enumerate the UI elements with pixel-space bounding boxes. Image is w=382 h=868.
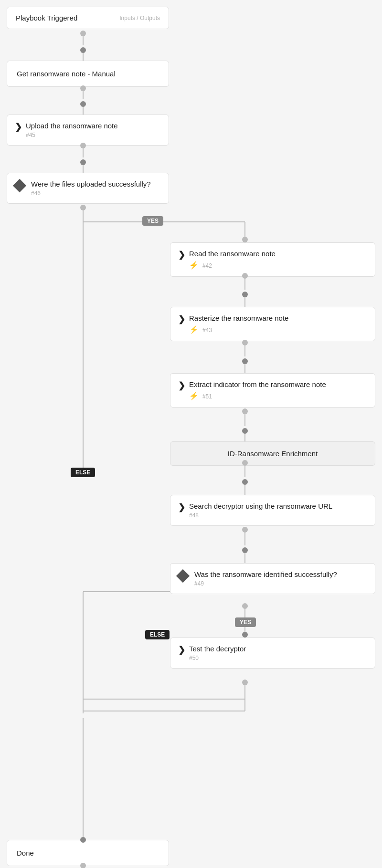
read-note-icon: ❯ <box>178 250 185 260</box>
rasterize-note-card[interactable]: ❯ Rasterize the ransomware note ⚡ #43 <box>170 307 375 341</box>
test-decryptor-icon: ❯ <box>178 645 185 655</box>
dot-rasterize-out2 <box>242 358 248 364</box>
dot-read-out2 <box>242 292 248 297</box>
rasterize-icon: ❯ <box>178 314 185 324</box>
dot-condition1-out <box>80 205 86 210</box>
extract-title: Extract indicator from the ransomware no… <box>189 380 326 388</box>
search-decryptor-number: #48 <box>189 512 332 519</box>
files-uploaded-title: Were the files uploaded successfully? <box>31 180 151 188</box>
yes-badge-1: YES <box>142 216 163 226</box>
dot-trigger-out2 <box>80 47 86 53</box>
flow-canvas: Playbook Triggered Inputs / Outputs Get … <box>0 0 382 868</box>
dot-extract-out2 <box>242 428 248 434</box>
ransomware-identified-title: Was the ransomware identified successful… <box>194 570 337 578</box>
ransomware-identified-diamond-icon <box>176 569 190 583</box>
dot-done-out <box>80 863 86 868</box>
id-ransomware-card[interactable]: ID-Ransomware Enrichment <box>170 441 375 466</box>
get-ransomware-note-card[interactable]: Get ransomware note - Manual <box>7 61 169 87</box>
test-decryptor-number: #50 <box>189 655 246 661</box>
dot-get-out <box>80 85 86 91</box>
upload-note-title: Upload the ransomware note <box>26 122 118 130</box>
search-decryptor-card[interactable]: ❯ Search decryptor using the ransomware … <box>170 495 375 526</box>
dot-test-in <box>242 632 248 638</box>
upload-note-number: #45 <box>26 132 118 138</box>
id-ransomware-title: ID-Ransomware Enrichment <box>228 450 318 458</box>
dot-search-out <box>242 527 248 533</box>
read-note-lightning-icon: ⚡ <box>189 261 199 269</box>
done-card[interactable]: Done <box>7 840 169 866</box>
files-uploaded-card[interactable]: Were the files uploaded successfully? #4… <box>7 173 169 204</box>
trigger-card[interactable]: Playbook Triggered Inputs / Outputs <box>7 7 169 29</box>
read-note-title: Read the ransomware note <box>189 250 276 258</box>
ransomware-identified-card[interactable]: Was the ransomware identified successful… <box>170 563 375 594</box>
extract-indicator-card[interactable]: ❯ Extract indicator from the ransomware … <box>170 373 375 408</box>
dot-id-out2 <box>242 479 248 485</box>
rasterize-lightning-icon: ⚡ <box>189 325 199 334</box>
dot-read-in <box>242 237 248 242</box>
read-note-card[interactable]: ❯ Read the ransomware note ⚡ #42 <box>170 242 375 277</box>
dot-upload-out <box>80 143 86 148</box>
files-uploaded-number: #46 <box>31 190 151 197</box>
files-uploaded-diamond-icon <box>13 179 26 192</box>
dot-rasterize-out <box>242 340 248 345</box>
trigger-label: Playbook Triggered <box>16 14 77 22</box>
test-decryptor-title: Test the decryptor <box>189 645 246 653</box>
dot-id-out <box>242 460 248 466</box>
extract-icon: ❯ <box>178 380 185 391</box>
search-decryptor-icon: ❯ <box>178 502 185 512</box>
upload-note-icon: ❯ <box>15 122 22 132</box>
dot-get-out2 <box>80 101 86 107</box>
read-note-number: #42 <box>202 262 212 269</box>
yes-badge-2: YES <box>235 617 256 627</box>
dot-done-in <box>80 837 86 843</box>
dot-trigger-out <box>80 31 86 36</box>
dot-extract-out <box>242 408 248 414</box>
trigger-io: Inputs / Outputs <box>119 15 160 21</box>
test-decryptor-card[interactable]: ❯ Test the decryptor #50 <box>170 638 375 669</box>
extract-number: #51 <box>202 393 212 400</box>
get-ransomware-note-title: Get ransomware note - Manual <box>17 70 116 78</box>
extract-lightning-icon: ⚡ <box>189 392 199 400</box>
done-label: Done <box>17 849 34 857</box>
dot-read-out <box>242 273 248 279</box>
rasterize-title: Rasterize the ransomware note <box>189 314 288 322</box>
dot-identified-out <box>242 603 248 609</box>
dot-test-out <box>242 680 248 685</box>
else-badge-1: ELSE <box>71 468 95 477</box>
ransomware-identified-number: #49 <box>194 580 337 587</box>
rasterize-number: #43 <box>202 327 212 334</box>
else-badge-2: ELSE <box>145 630 170 639</box>
dot-search-out2 <box>242 547 248 553</box>
dot-upload-out2 <box>80 159 86 165</box>
search-decryptor-title: Search decryptor using the ransomware UR… <box>189 502 332 510</box>
upload-note-card[interactable]: ❯ Upload the ransomware note #45 <box>7 115 169 146</box>
